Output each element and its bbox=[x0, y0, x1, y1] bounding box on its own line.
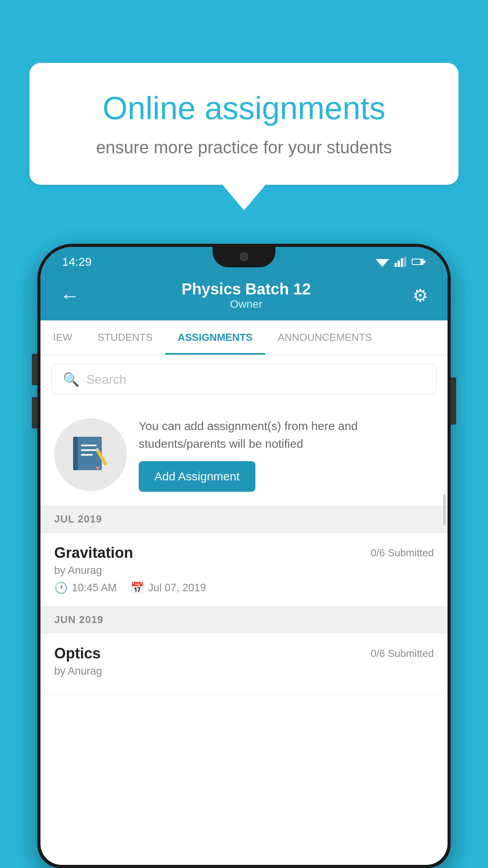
phone-screen: 14:29 bbox=[40, 247, 448, 865]
promo-content: You can add assignment(s) from here and … bbox=[139, 417, 434, 492]
svg-rect-12 bbox=[81, 445, 97, 446]
power-button bbox=[451, 377, 456, 425]
volume-down-button bbox=[32, 397, 37, 428]
section-header-jul: JUL 2019 bbox=[40, 506, 448, 533]
assignment-submitted-2: 0/6 Submitted bbox=[371, 647, 434, 660]
assignment-top-row-2: Optics 0/6 Submitted bbox=[54, 645, 434, 662]
speech-bubble-container: Online assignments ensure more practice … bbox=[29, 63, 459, 210]
search-box[interactable]: 🔍 Search bbox=[51, 364, 437, 395]
list-item[interactable]: Gravitation 0/6 Submitted by Anurag 🕐 10… bbox=[40, 533, 448, 607]
tab-announcements[interactable]: ANNOUNCEMENTS bbox=[265, 320, 385, 355]
status-icons bbox=[376, 257, 426, 267]
battery-icon bbox=[412, 258, 426, 266]
back-button[interactable]: ← bbox=[60, 284, 80, 307]
meta-time: 🕐 10:45 AM bbox=[54, 581, 117, 594]
app-header: ← Physics Batch 12 Owner ⚙ bbox=[40, 272, 448, 320]
speech-bubble: Online assignments ensure more practice … bbox=[29, 63, 459, 185]
list-item[interactable]: Optics 0/6 Submitted by Anurag bbox=[40, 633, 448, 694]
promo-text: You can add assignment(s) from here and … bbox=[139, 417, 434, 452]
header-subtitle: Owner bbox=[80, 298, 413, 311]
tab-students[interactable]: STUDENTS bbox=[85, 320, 165, 355]
add-assignment-button[interactable]: Add Assignment bbox=[139, 461, 255, 492]
calendar-icon: 📅 bbox=[130, 581, 144, 594]
svg-rect-5 bbox=[401, 258, 403, 267]
phone-frame: 14:29 bbox=[37, 244, 451, 868]
search-icon: 🔍 bbox=[63, 371, 79, 387]
tabs-bar: IEW STUDENTS ASSIGNMENTS ANNOUNCEMENTS bbox=[40, 320, 448, 355]
clock-icon: 🕐 bbox=[54, 581, 68, 594]
volume-up-button bbox=[32, 354, 37, 385]
settings-icon[interactable]: ⚙ bbox=[413, 285, 428, 305]
scroll-indicator[interactable] bbox=[443, 494, 446, 526]
phone-notch bbox=[213, 247, 275, 267]
assignment-author-2: by Anurag bbox=[54, 665, 434, 677]
svg-rect-14 bbox=[81, 454, 93, 456]
status-time: 14:29 bbox=[62, 255, 92, 268]
header-center: Physics Batch 12 Owner bbox=[80, 280, 413, 311]
section-header-jun: JUN 2019 bbox=[40, 607, 448, 633]
header-title: Physics Batch 12 bbox=[80, 280, 413, 298]
wifi-icon bbox=[376, 257, 389, 267]
svg-rect-9 bbox=[413, 259, 420, 264]
svg-rect-11 bbox=[73, 437, 78, 470]
search-placeholder: Search bbox=[86, 372, 126, 387]
assignment-meta: 🕐 10:45 AM 📅 Jul 07, 2019 bbox=[54, 581, 434, 594]
notebook-icon bbox=[69, 433, 112, 476]
speech-bubble-arrow bbox=[222, 185, 266, 210]
assignment-time: 10:45 AM bbox=[72, 582, 117, 594]
tab-assignments[interactable]: ASSIGNMENTS bbox=[165, 320, 265, 355]
search-container: 🔍 Search bbox=[40, 355, 448, 403]
meta-date: 📅 Jul 07, 2019 bbox=[130, 581, 206, 594]
assignment-top-row: Gravitation 0/6 Submitted bbox=[54, 544, 434, 561]
svg-rect-6 bbox=[404, 257, 406, 267]
assignment-name: Gravitation bbox=[54, 544, 133, 561]
svg-rect-4 bbox=[398, 261, 400, 267]
assignment-submitted: 0/6 Submitted bbox=[371, 547, 434, 559]
assignment-date: Jul 07, 2019 bbox=[148, 582, 206, 594]
speech-bubble-subtitle: ensure more practice for your students bbox=[61, 138, 427, 157]
svg-rect-8 bbox=[424, 261, 426, 263]
speech-bubble-title: Online assignments bbox=[61, 90, 427, 126]
promo-icon-circle bbox=[54, 418, 127, 491]
scroll-area: 🔍 Search bbox=[40, 355, 448, 865]
assignment-promo: You can add assignment(s) from here and … bbox=[40, 403, 448, 506]
signal-icon bbox=[394, 257, 406, 267]
svg-rect-13 bbox=[81, 449, 97, 451]
tab-iew[interactable]: IEW bbox=[40, 320, 85, 355]
assignment-author: by Anurag bbox=[54, 565, 434, 577]
assignment-name-2: Optics bbox=[54, 645, 101, 662]
svg-rect-3 bbox=[394, 263, 397, 267]
